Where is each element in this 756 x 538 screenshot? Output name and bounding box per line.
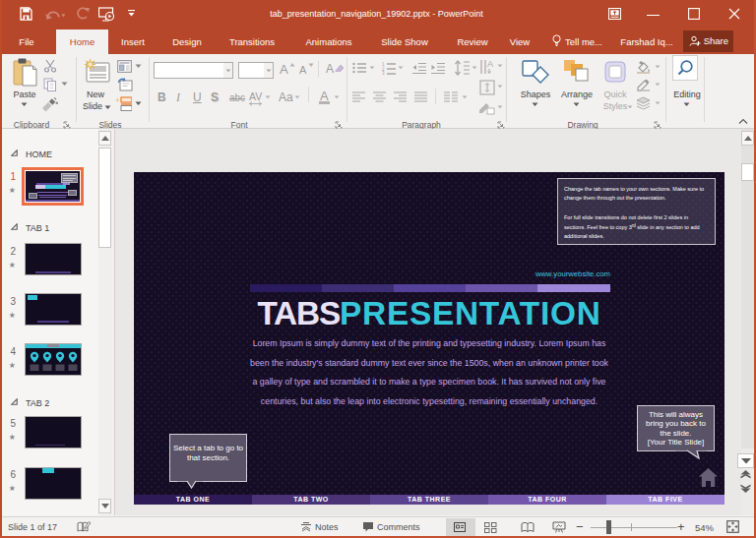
svg-text:A: A xyxy=(487,59,493,69)
svg-text:3: 3 xyxy=(382,71,385,75)
